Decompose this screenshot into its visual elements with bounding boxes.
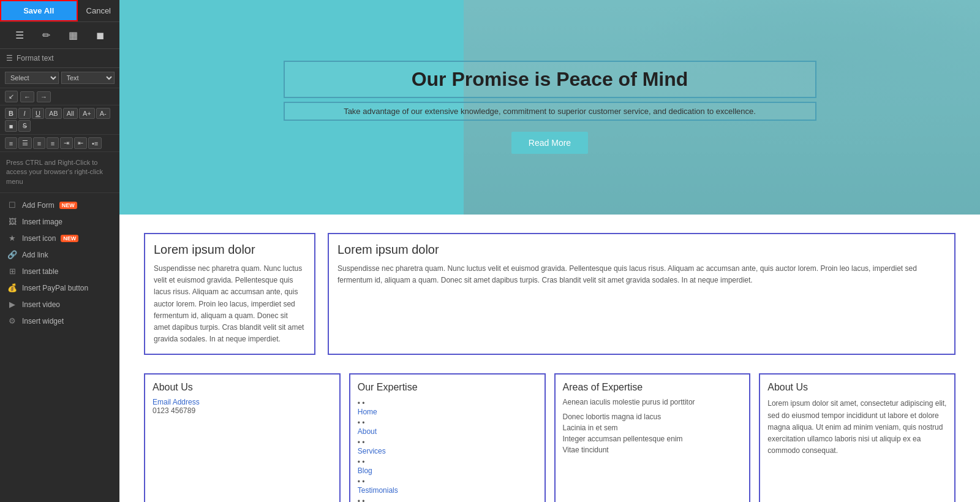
form-icon: ☐ <box>7 200 17 210</box>
format-text-icon: ☰ <box>6 54 13 63</box>
bullets-button[interactable]: •≡ <box>88 137 102 149</box>
footer-about-body-2: Lorem ipsum dolor sit amet, consectetur … <box>767 398 947 457</box>
area-item-4: Vitae tincidunt <box>563 444 742 455</box>
nav-about: • About <box>358 417 537 437</box>
hero-title-wrapper[interactable]: Our Promise is Peace of Mind <box>284 61 816 98</box>
align-right-button[interactable]: ≡ <box>33 137 45 149</box>
insert-paypal-label: Insert PayPal button <box>22 284 88 292</box>
box-icon-button[interactable]: ◼ <box>91 27 109 44</box>
insert-icon-item[interactable]: ★ Insert icon NEW <box>0 230 119 246</box>
hero-text-container: Our Promise is Peace of Mind Take advant… <box>284 61 816 154</box>
toolbar-top: Save All Cancel <box>0 0 119 22</box>
col-right-title: Lorem ipsum dolor <box>337 243 946 257</box>
footer-expertise-title: Our Expertise <box>358 382 537 393</box>
pencil-icon-button[interactable]: ✏ <box>37 27 55 44</box>
insert-icon-label: Insert icon <box>22 234 56 243</box>
content-col-left[interactable]: Lorem ipsum dolor Suspendisse nec pharet… <box>144 233 315 355</box>
strikethrough-button[interactable]: S̶ <box>18 120 31 132</box>
indent-button[interactable]: ⇥ <box>60 137 73 149</box>
hero-subtitle-wrapper[interactable]: Take advantage of our extensive knowledg… <box>284 102 816 121</box>
footer-about-title-1: About Us <box>153 382 332 393</box>
align-bar: ≡ ☰ ≡ ≡ ⇥ ⇤ •≡ <box>0 135 119 152</box>
insert-widget-item[interactable]: ⚙ Insert widget <box>0 313 119 329</box>
col-left-body: Suspendisse nec pharetra quam. Nunc luct… <box>154 263 306 345</box>
nav-home: • Home <box>358 398 537 417</box>
bold-button[interactable]: B <box>5 108 17 119</box>
small-caps-button[interactable]: All <box>63 108 78 119</box>
footer-our-expertise[interactable]: Our Expertise • Home • About • Services … <box>349 373 546 502</box>
insert-table-label: Insert table <box>22 267 58 276</box>
area-item-2: Lacinia in et sem <box>563 422 742 433</box>
arrow-row: ↙ ← → <box>0 88 119 105</box>
italic-button[interactable]: I <box>18 108 31 119</box>
decrease-indent-button[interactable]: ↙ <box>5 91 18 102</box>
areas-list: Donec lobortis magna id lacus Lacinia in… <box>563 411 742 455</box>
align-center-button[interactable]: ☰ <box>18 137 32 149</box>
nav-contact: • Contact <box>358 496 537 502</box>
footer-areas-expertise[interactable]: Areas of Expertise Aenean iaculis molest… <box>554 373 751 502</box>
nav-services: • Services <box>358 437 537 457</box>
image-icon: 🖼 <box>7 217 17 226</box>
hint-content: Press CTRL and Right-Click to access you… <box>6 159 103 185</box>
insert-table-item[interactable]: ⊞ Insert table <box>0 263 119 280</box>
table-icon-button[interactable]: ▦ <box>64 27 83 44</box>
expertise-nav-list: • Home • About • Services • Blog • Testi… <box>358 398 537 502</box>
insert-image-label: Insert image <box>22 218 62 226</box>
footer-about-title-2: About Us <box>767 382 947 393</box>
footer-about-us-2[interactable]: About Us Lorem ipsum dolor sit amet, con… <box>759 373 956 502</box>
add-link-item[interactable]: 🔗 Add link <box>0 246 119 263</box>
add-form-label: Add Form <box>22 201 55 210</box>
add-link-label: Add link <box>22 251 48 259</box>
widget-icon: ⚙ <box>7 316 17 325</box>
insert-video-item[interactable]: ▶ Insert video <box>0 296 119 313</box>
insert-widget-label: Insert widget <box>22 317 64 325</box>
hint-text: Press CTRL and Right-Click to access you… <box>0 152 119 193</box>
nav-blog-link[interactable]: Blog <box>358 466 537 475</box>
right-arrow-button[interactable]: → <box>37 91 51 102</box>
font-size-increase-button[interactable]: A+ <box>79 108 95 119</box>
nav-about-link[interactable]: About <box>358 427 537 436</box>
four-column-row: About Us Email Address 0123 456789 Our E… <box>144 373 956 502</box>
all-caps-button[interactable]: AB <box>45 108 62 119</box>
col-left-title: Lorem ipsum dolor <box>154 243 306 257</box>
left-arrow-button[interactable]: ← <box>20 91 34 102</box>
table-menu-icon: ⊞ <box>7 267 17 276</box>
font-family-select[interactable]: Select <box>5 72 59 84</box>
format-bar: B I U AB All A+ A- ■ S̶ <box>0 105 119 135</box>
hero-subtitle: Take advantage of our extensive knowledg… <box>297 107 803 116</box>
content-col-right[interactable]: Lorem ipsum dolor Suspendisse nec pharet… <box>328 233 956 355</box>
two-column-row: Lorem ipsum dolor Suspendisse nec pharet… <box>144 233 956 355</box>
areas-intro: Aenean iaculis molestie purus id porttit… <box>563 398 742 406</box>
nav-services-link[interactable]: Services <box>358 447 537 455</box>
font-size-select[interactable]: Text <box>61 72 115 84</box>
icon-toolbar-row: ☰ ✏ ▦ ◼ <box>0 22 119 49</box>
nav-blog: • Blog <box>358 457 537 476</box>
format-text-section: ☰ Format text <box>0 49 119 68</box>
list-icon-button[interactable]: ☰ <box>10 27 29 44</box>
nav-home-link[interactable]: Home <box>358 408 537 416</box>
insert-image-item[interactable]: 🖼 Insert image <box>0 213 119 230</box>
font-size-decrease-button[interactable]: A- <box>96 108 110 119</box>
footer-areas-title: Areas of Expertise <box>563 382 742 393</box>
area-item-3: Integer accumsan pellentesque enim <box>563 433 742 444</box>
sidebar: Save All Cancel ☰ ✏ ▦ ◼ ☰ Format text Se… <box>0 0 119 502</box>
align-justify-button[interactable]: ≡ <box>47 137 59 149</box>
save-all-button[interactable]: Save All <box>0 0 78 21</box>
color-button[interactable]: ■ <box>5 120 17 132</box>
align-left-button[interactable]: ≡ <box>5 137 17 149</box>
email-address-link[interactable]: Email Address <box>153 398 332 406</box>
read-more-button[interactable]: Read More <box>511 132 588 154</box>
hero-title: Our Promise is Peace of Mind <box>297 68 803 91</box>
paypal-icon: 💰 <box>7 283 17 292</box>
insert-video-label: Insert video <box>22 300 60 309</box>
star-icon: ★ <box>7 234 17 243</box>
content-section: Lorem ipsum dolor Suspendisse nec pharet… <box>119 215 980 502</box>
cancel-button[interactable]: Cancel <box>78 1 119 20</box>
add-form-item[interactable]: ☐ Add Form NEW <box>0 197 119 213</box>
link-icon: 🔗 <box>7 250 17 259</box>
footer-about-us-1[interactable]: About Us Email Address 0123 456789 <box>144 373 341 502</box>
underline-button[interactable]: U <box>32 108 44 119</box>
outdent-button[interactable]: ⇤ <box>74 137 87 149</box>
insert-paypal-item[interactable]: 💰 Insert PayPal button <box>0 280 119 296</box>
nav-testimonials-link[interactable]: Testimonials <box>358 486 537 495</box>
